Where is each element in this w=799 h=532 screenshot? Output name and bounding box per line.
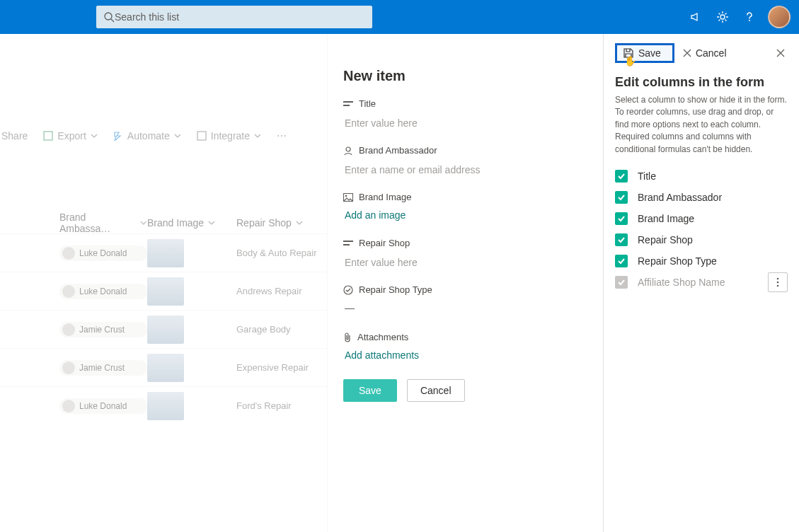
repair-shop-label: Repair Shop	[359, 238, 410, 248]
avatar[interactable]	[768, 6, 791, 28]
svg-point-3	[749, 20, 750, 21]
repair-shop-type-value[interactable]: —	[343, 299, 585, 320]
column-toggle-row[interactable]: Brand Image	[615, 208, 788, 229]
repair-shop-input[interactable]	[343, 253, 585, 273]
column-toggle-row[interactable]: Repair Shop	[615, 229, 788, 250]
add-image-link[interactable]: Add an image	[343, 207, 585, 226]
repair-shop-cell: Expensive Repair	[236, 362, 335, 373]
automate-label: Automate	[127, 130, 170, 141]
person-name: Luke Donald	[79, 401, 127, 411]
svg-point-14	[777, 278, 779, 280]
integrate-label: Integrate	[211, 130, 250, 141]
brand-image-thumb	[147, 392, 184, 420]
brand-image-thumb	[147, 239, 184, 267]
text-field-icon	[343, 100, 353, 108]
column-toggle-row[interactable]: Brand Ambassador	[615, 187, 788, 208]
column-toggle-row[interactable]: Affiliate Shop Name	[615, 272, 788, 293]
panel-save-button[interactable]: Save ✋	[615, 43, 674, 63]
person-pill: Luke Donald	[59, 245, 147, 261]
svg-rect-7	[343, 105, 350, 106]
search-icon	[103, 11, 115, 23]
svg-rect-6	[343, 101, 353, 103]
column-more-button[interactable]	[768, 272, 788, 292]
export-label: Export	[57, 130, 86, 141]
svg-rect-11	[343, 241, 353, 242]
col-repair-shop[interactable]: Repair Shop	[236, 217, 335, 229]
help-icon[interactable]	[738, 6, 761, 28]
chevron-down-icon	[91, 132, 98, 139]
share-button[interactable]: Share	[1, 130, 28, 141]
col-brand-image[interactable]: Brand Image	[147, 217, 236, 229]
edit-columns-panel: Save ✋ Cancel Edit columns in the form S…	[603, 34, 799, 532]
chevron-down-icon	[254, 132, 261, 139]
title-input[interactable]	[343, 113, 585, 134]
text-field-icon	[343, 239, 353, 248]
brand-image-thumb	[147, 316, 184, 344]
person-icon	[343, 146, 353, 156]
column-label: Repair Shop Type	[638, 255, 717, 267]
checkbox	[615, 276, 628, 289]
avatar	[62, 285, 75, 298]
repair-shop-cell: Ford's Repair	[236, 400, 335, 411]
choice-icon	[343, 285, 353, 295]
chevron-down-icon	[296, 219, 303, 226]
gear-icon[interactable]	[711, 6, 734, 28]
person-pill: Jamie Crust	[59, 360, 147, 376]
new-item-form: New item Title Brand Ambassador Brand Im…	[327, 34, 603, 532]
brand-image-thumb	[147, 354, 184, 382]
brand-ambassador-label: Brand Ambassador	[359, 145, 437, 156]
column-label: Repair Shop	[638, 234, 693, 245]
person-name: Jamie Crust	[79, 325, 125, 335]
col-brand-ambassador[interactable]: Brand Ambassa…	[59, 212, 147, 234]
add-attachments-link[interactable]: Add attachments	[343, 347, 585, 366]
automate-button[interactable]: Automate	[113, 130, 181, 141]
checkbox[interactable]	[615, 255, 628, 267]
svg-point-2	[720, 15, 725, 19]
person-name: Luke Donald	[79, 248, 127, 258]
svg-rect-4	[44, 132, 52, 140]
checkbox[interactable]	[615, 212, 628, 225]
form-heading: New item	[343, 68, 585, 84]
column-label: Brand Ambassador	[638, 192, 722, 203]
person-pill: Luke Donald	[59, 284, 147, 299]
search-input[interactable]	[115, 11, 365, 23]
avatar	[62, 400, 75, 412]
brand-ambassador-input[interactable]	[343, 160, 585, 180]
search-box[interactable]	[96, 6, 372, 28]
svg-point-16	[777, 285, 779, 287]
attachments-label: Attachments	[357, 332, 408, 342]
export-button[interactable]: Export	[43, 130, 97, 141]
column-label: Title	[638, 170, 656, 182]
panel-cancel-button[interactable]: Cancel	[683, 47, 727, 59]
svg-point-10	[345, 195, 347, 197]
save-icon	[623, 47, 634, 59]
chevron-down-icon	[174, 132, 181, 139]
person-name: Luke Donald	[79, 287, 127, 296]
avatar	[62, 323, 75, 336]
column-toggle-row[interactable]: Repair Shop Type	[615, 250, 788, 272]
image-icon	[343, 193, 353, 202]
overflow-button[interactable]: ⋯	[277, 130, 287, 141]
integrate-button[interactable]: Integrate	[197, 130, 261, 141]
panel-close-button[interactable]	[774, 46, 788, 60]
svg-rect-12	[343, 244, 350, 245]
app-topbar	[0, 0, 799, 34]
svg-point-0	[105, 13, 112, 20]
checkbox[interactable]	[615, 170, 628, 183]
column-toggle-row[interactable]: Title	[615, 166, 788, 187]
person-pill: Jamie Crust	[59, 322, 147, 337]
repair-shop-cell: Andrews Repair	[236, 286, 335, 296]
checkbox[interactable]	[615, 233, 628, 246]
person-name: Jamie Crust	[79, 363, 125, 373]
megaphone-icon[interactable]	[684, 6, 707, 28]
panel-title: Edit columns in the form	[615, 75, 788, 90]
form-save-button-bottom[interactable]: Save	[343, 379, 397, 402]
checkbox[interactable]	[615, 191, 628, 204]
form-cancel-button-bottom[interactable]: Cancel	[407, 379, 465, 402]
panel-description: Select a column to show or hide it in th…	[615, 94, 788, 156]
svg-point-8	[346, 147, 350, 151]
avatar	[62, 362, 75, 374]
column-label: Affiliate Shop Name	[638, 277, 725, 288]
svg-point-15	[777, 282, 779, 284]
svg-rect-5	[197, 132, 206, 140]
